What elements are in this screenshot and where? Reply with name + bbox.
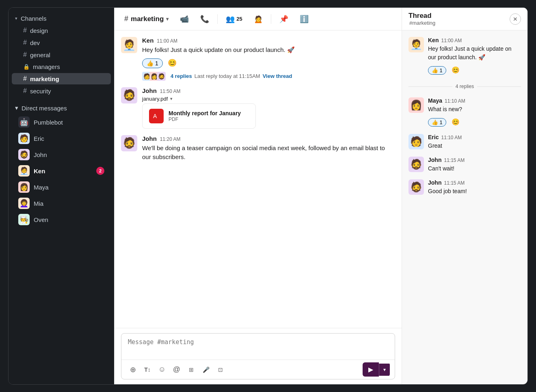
thread-title-group: Thread #marketing bbox=[408, 12, 435, 26]
send-button-group: ▶ ▾ bbox=[363, 362, 390, 377]
thread-close-button[interactable]: ✕ bbox=[510, 13, 521, 25]
thread-message-time: 11:15 AM bbox=[444, 157, 465, 163]
compose-button[interactable]: ⊡ bbox=[214, 363, 227, 376]
compose-icon: ⊡ bbox=[218, 366, 223, 373]
format-button[interactable]: T↕ bbox=[141, 363, 154, 376]
thread-messages: 🧑‍💼 Ken 11:00 AM Hey folks! Just a quick… bbox=[402, 30, 527, 384]
dm-item-mia[interactable]: 👩‍🦱 Mia bbox=[12, 196, 111, 211]
divider-line-2 bbox=[477, 86, 521, 87]
hash-icon: # bbox=[23, 75, 27, 82]
file-name: january.pdf bbox=[142, 96, 168, 102]
sidebar: ▾ Channels # design # dev # general 🔒 ma… bbox=[9, 8, 114, 384]
dm-name: Ken bbox=[34, 168, 45, 174]
message-row: 🧑‍💼 Ken 11:00 AM Hey folks! Just a quick… bbox=[121, 37, 395, 81]
message-time: 11:00 AM bbox=[157, 38, 177, 44]
thread-message-author: Ken bbox=[428, 37, 439, 43]
header-divider-2 bbox=[271, 14, 271, 24]
send-dropdown-button[interactable]: ▾ bbox=[379, 364, 390, 376]
add-reaction-button[interactable]: 😊 bbox=[166, 57, 178, 69]
dm-item-oven[interactable]: 🧑‍🍳 Oven bbox=[12, 212, 111, 227]
thread-reaction-thumbsup[interactable]: 👍 1 bbox=[428, 66, 446, 75]
avatar: 👩 bbox=[18, 181, 30, 193]
sidebar-item-general[interactable]: # general bbox=[12, 49, 111, 60]
info-icon: ℹ️ bbox=[300, 15, 309, 24]
sidebar-item-dev[interactable]: # dev bbox=[12, 37, 111, 48]
thread-message-time: 11:10 AM bbox=[445, 98, 465, 104]
reply-avatars: 🧑 👩 🧔 bbox=[142, 72, 164, 81]
avatar: 🧔 bbox=[408, 157, 424, 172]
thread-divider: 4 replies bbox=[408, 82, 521, 91]
pin-button[interactable]: 📌 bbox=[276, 13, 292, 25]
dm-item-pumblebot[interactable]: 🤖 Pumblebot bbox=[12, 114, 111, 130]
file-card[interactable]: A Monthly report for January PDF bbox=[142, 103, 256, 129]
file-dropdown-icon[interactable]: ▾ bbox=[170, 96, 173, 101]
thread-message-header: Maya 11:10 AM bbox=[428, 97, 521, 104]
thread-reply-row: 🧔 John 11:15 AM Can't wait! bbox=[408, 157, 521, 173]
replies-count[interactable]: 4 replies bbox=[171, 73, 192, 79]
phone-call-button[interactable]: 📞 bbox=[197, 13, 212, 25]
avatar: 🧑‍💼 bbox=[121, 37, 137, 53]
view-thread-link[interactable]: View thread bbox=[263, 73, 292, 79]
add-member-icon: 🙍 bbox=[254, 15, 263, 24]
reaction-thumbsup[interactable]: 👍 1 bbox=[142, 58, 163, 68]
video-call-button[interactable]: 📹 bbox=[177, 13, 192, 25]
message-toolbar: ⊕ T↕ ☺ @ ⊞ 🎤 bbox=[121, 360, 395, 379]
channel-header: # marketing ▾ 📹 📞 👥 25 🙍 📌 bbox=[115, 8, 402, 30]
svg-text:A: A bbox=[153, 113, 157, 119]
emoji-button[interactable]: ☺ bbox=[156, 363, 169, 376]
mention-button[interactable]: @ bbox=[170, 363, 183, 376]
file-title: Monthly report for January bbox=[169, 110, 241, 116]
thread-add-reaction-button[interactable]: 😊 bbox=[450, 116, 462, 127]
message-author: Ken bbox=[142, 37, 153, 44]
dm-item-maya[interactable]: 👩 Maya bbox=[12, 179, 111, 195]
thread-message-author: Maya bbox=[428, 97, 442, 104]
sidebar-item-security[interactable]: # security bbox=[12, 85, 111, 97]
thread-message-header: John 11:15 AM bbox=[428, 157, 521, 163]
sidebar-item-design[interactable]: # design bbox=[12, 25, 111, 36]
channels-header[interactable]: ▾ Channels bbox=[9, 13, 114, 24]
messages-area: 🧑‍💼 Ken 11:00 AM Hey folks! Just a quick… bbox=[115, 30, 402, 328]
dm-item-ken[interactable]: 🧑‍💼 Ken 2 bbox=[12, 163, 111, 179]
members-button[interactable]: 👥 25 bbox=[223, 13, 245, 25]
send-main-button[interactable]: ▶ bbox=[363, 362, 379, 377]
channel-name: design bbox=[30, 27, 48, 34]
avatar: 🤖 bbox=[18, 116, 30, 128]
members-icon: 👥 bbox=[226, 15, 235, 24]
channel-name: marketing bbox=[131, 15, 164, 23]
dm-item-john[interactable]: 🧔 John bbox=[12, 147, 111, 162]
thread-original-message: 🧑‍💼 Ken 11:00 AM Hey folks! Just a quick… bbox=[408, 37, 521, 75]
thread-message-time: 11:00 AM bbox=[441, 38, 462, 43]
add-member-button[interactable]: 🙍 bbox=[251, 13, 266, 25]
thread-title: Thread bbox=[408, 12, 435, 20]
dm-item-eric[interactable]: 🧑 Eric bbox=[12, 131, 111, 146]
gif-button[interactable]: ⊞ bbox=[185, 363, 198, 376]
message-content: John 11:20 AM We'll be doing a teaser ca… bbox=[142, 135, 395, 162]
message-row: 🧔 John 11:50 AM january.pdf ▾ A bbox=[121, 87, 395, 129]
audio-button[interactable]: 🎤 bbox=[199, 363, 212, 376]
dm-name: Mia bbox=[34, 200, 43, 207]
thread-add-reaction-button[interactable]: 😊 bbox=[450, 64, 462, 75]
member-count: 25 bbox=[236, 16, 242, 22]
sidebar-item-marketing[interactable]: # marketing bbox=[12, 73, 111, 84]
add-button[interactable]: ⊕ bbox=[126, 363, 139, 376]
dm-name: Pumblebot bbox=[34, 119, 63, 126]
dm-header[interactable]: ▾ Direct messages bbox=[9, 100, 114, 114]
info-button[interactable]: ℹ️ bbox=[296, 13, 312, 25]
thread-message-text: What is new? bbox=[428, 105, 521, 114]
message-text: We'll be doing a teaser campaign on soci… bbox=[142, 144, 395, 162]
thread-reaction-thumbsup[interactable]: 👍 1 bbox=[428, 118, 446, 127]
message-input[interactable] bbox=[121, 334, 395, 358]
thread-reply-row: 🧑 Eric 11:10 AM Great bbox=[408, 134, 521, 150]
channel-name: dev bbox=[30, 39, 40, 46]
thread-reply-row: 🧔 John 11:15 AM Good job team! bbox=[408, 179, 521, 196]
avatar: 🧔 bbox=[121, 87, 137, 103]
channel-name-button[interactable]: # marketing ▾ bbox=[121, 13, 172, 25]
thread-panel: Thread #marketing ✕ 🧑‍💼 Ken 11:00 AM Hey… bbox=[402, 8, 527, 384]
avatar: 🧑 bbox=[408, 134, 424, 149]
thread-message-content: Ken 11:00 AM Hey folks! Just a quick upd… bbox=[428, 37, 521, 75]
message-header: John 11:20 AM bbox=[142, 135, 395, 142]
close-icon: ✕ bbox=[513, 16, 518, 22]
sidebar-item-managers[interactable]: 🔒 managers bbox=[12, 61, 111, 72]
message-author: John bbox=[142, 87, 157, 94]
divider-label: 4 replies bbox=[456, 84, 474, 89]
